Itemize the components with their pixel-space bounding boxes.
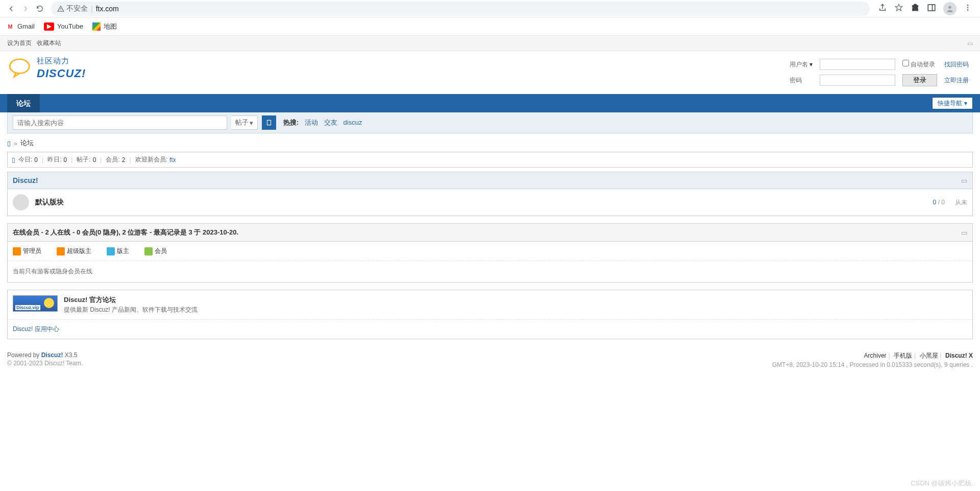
bookmarks-bar: M Gmail ▶ YouTube 地图 bbox=[0, 17, 980, 36]
legend-mod: 版主 bbox=[107, 247, 129, 255]
forward-button[interactable] bbox=[18, 2, 33, 16]
hot-link[interactable]: discuz bbox=[344, 119, 362, 126]
hot-link[interactable]: 活动 bbox=[305, 119, 318, 126]
extensions-icon[interactable] bbox=[911, 3, 920, 14]
logo-bubble-icon bbox=[7, 57, 34, 80]
profile-avatar[interactable] bbox=[943, 2, 957, 15]
chevron-down-icon: ▾ bbox=[250, 119, 253, 127]
footer-time: GMT+8, 2023-10-20 15:14 , Processed in 0… bbox=[772, 361, 973, 368]
address-bar[interactable]: 不安全 | ftx.com bbox=[51, 2, 870, 16]
register-link[interactable]: 立即注册 bbox=[944, 77, 969, 84]
star-icon[interactable] bbox=[894, 3, 903, 14]
bookmark-gmail[interactable]: M Gmail bbox=[6, 22, 35, 31]
svg-point-8 bbox=[10, 59, 29, 73]
map-icon bbox=[92, 22, 101, 31]
collapse-icon[interactable]: ▭ bbox=[961, 229, 967, 237]
svg-point-7 bbox=[967, 9, 969, 11]
hot-links: 活动 交友 discuz bbox=[303, 118, 364, 127]
password-input[interactable] bbox=[820, 75, 895, 86]
svg-point-1 bbox=[60, 10, 61, 10]
category-header: Discuz! ▭ bbox=[8, 172, 972, 189]
search-button[interactable] bbox=[262, 115, 276, 130]
legend-member: 会员 bbox=[144, 247, 167, 255]
forum-posts: 0 bbox=[941, 199, 945, 206]
copyright: © 2001-2023 Discuz! Team. bbox=[7, 360, 83, 367]
side-panel-icon[interactable] bbox=[927, 3, 936, 14]
menu-icon[interactable] bbox=[964, 4, 972, 13]
search-input[interactable] bbox=[13, 115, 227, 130]
svg-point-6 bbox=[967, 7, 969, 9]
bookmark-label: Gmail bbox=[17, 22, 35, 30]
back-button[interactable] bbox=[4, 2, 18, 16]
collapse-icon[interactable]: ▭ bbox=[961, 177, 967, 184]
online-header: 在线会员 - 2 人在线 - 0 会员(0 隐身), 2 位游客 - 最高记录是… bbox=[8, 224, 972, 242]
hot-link[interactable]: 交友 bbox=[324, 119, 337, 126]
powered-by-link[interactable]: Discuz! bbox=[41, 352, 63, 359]
logo-tagline: 社区动力 bbox=[37, 56, 86, 66]
site-header: 社区动力 DISCUZ! 用户名 ▾ 自动登录 找回密码 密码 登录 立即注册 bbox=[0, 51, 980, 94]
online-legend: 管理员 超级版主 版主 会员 bbox=[8, 242, 972, 261]
reload-button[interactable] bbox=[33, 2, 47, 16]
insecure-icon: 不安全 bbox=[57, 4, 88, 13]
stat-yesterday: 0 bbox=[64, 156, 67, 163]
chevron-down-icon: ▾ bbox=[964, 100, 967, 107]
footer-link-mobile[interactable]: 手机版 bbox=[894, 352, 912, 359]
svg-point-4 bbox=[948, 6, 951, 8]
forum-category: Discuz! ▭ 默认版块 0 / 0 从未 bbox=[7, 172, 973, 216]
footer-link-archiver[interactable]: Archiver bbox=[864, 352, 887, 359]
quick-nav-button[interactable]: 快捷导航 ▾ bbox=[932, 97, 973, 109]
main-nav: 论坛 快捷导航 ▾ bbox=[0, 94, 980, 112]
link-row-simple: Discuz! 应用中心 bbox=[8, 320, 972, 339]
bookmark-label: 地图 bbox=[104, 22, 117, 31]
link-title[interactable]: Discuz! 官方论坛 bbox=[64, 296, 116, 303]
forum-row: 默认版块 0 / 0 从未 bbox=[8, 189, 972, 216]
set-home-link[interactable]: 设为首页 bbox=[7, 39, 32, 48]
svg-point-5 bbox=[967, 5, 969, 6]
footer-link-discuzx[interactable]: Discuz! X bbox=[945, 352, 973, 359]
login-button[interactable]: 登录 bbox=[902, 74, 937, 86]
username-label: 用户名 bbox=[790, 61, 808, 68]
password-label: 密码 bbox=[790, 77, 802, 84]
search-scope-select[interactable]: 帖子 ▾ bbox=[231, 115, 258, 130]
youtube-icon: ▶ bbox=[44, 22, 54, 31]
username-input[interactable] bbox=[820, 59, 895, 70]
online-message: 当前只有游客或隐身会员在线 bbox=[8, 261, 972, 282]
stat-today: 0 bbox=[34, 156, 38, 163]
breadcrumb-forum[interactable]: 论坛 bbox=[20, 138, 34, 148]
footer-link-darkroom[interactable]: 小黑屋 bbox=[920, 352, 938, 359]
link-row-featured: Discuz.vip Discuz! 官方论坛 提供最新 Discuz! 产品新… bbox=[8, 290, 972, 320]
find-password-link[interactable]: 找回密码 bbox=[944, 61, 969, 68]
forum-threads: 0 bbox=[933, 199, 937, 206]
collapse-topbar-icon[interactable]: ▭ bbox=[967, 40, 973, 47]
forum-link[interactable]: 默认版块 bbox=[35, 198, 64, 206]
home-icon[interactable]: ▯ bbox=[7, 139, 11, 147]
stat-members: 2 bbox=[122, 156, 126, 163]
stat-posts: 0 bbox=[93, 156, 96, 163]
category-title-link[interactable]: Discuz! bbox=[13, 176, 38, 184]
collapse-icon[interactable]: ▯ bbox=[12, 156, 15, 163]
auto-login-label[interactable]: 自动登录 bbox=[902, 61, 935, 68]
bookmark-maps[interactable]: 地图 bbox=[92, 22, 117, 31]
logo-brand: DISCUZ! bbox=[37, 67, 86, 80]
legend-admin: 管理员 bbox=[13, 247, 41, 255]
online-box: 在线会员 - 2 人在线 - 0 会员(0 隐身), 2 位游客 - 最高记录是… bbox=[7, 223, 973, 283]
friend-links: Discuz.vip Discuz! 官方论坛 提供最新 Discuz! 产品新… bbox=[7, 290, 973, 339]
share-icon[interactable] bbox=[878, 3, 887, 14]
favorite-link[interactable]: 收藏本站 bbox=[37, 39, 61, 48]
auto-login-checkbox[interactable] bbox=[902, 60, 909, 66]
login-form: 用户名 ▾ 自动登录 找回密码 密码 登录 立即注册 bbox=[786, 56, 973, 89]
link-appcenter[interactable]: Discuz! 应用中心 bbox=[13, 325, 59, 333]
bookmark-youtube[interactable]: ▶ YouTube bbox=[44, 22, 83, 31]
insecure-label: 不安全 bbox=[66, 4, 88, 13]
bookmark-label: YouTube bbox=[57, 22, 83, 30]
url-text: ftx.com bbox=[96, 5, 119, 13]
search-bar: 帖子 ▾ 热搜: 活动 交友 discuz bbox=[7, 112, 973, 133]
logo[interactable]: 社区动力 DISCUZ! bbox=[7, 56, 86, 80]
svg-rect-9 bbox=[267, 120, 271, 125]
breadcrumb: ▯ » 论坛 bbox=[7, 138, 973, 148]
svg-rect-2 bbox=[928, 5, 935, 11]
newest-member-link[interactable]: ftx bbox=[169, 156, 176, 163]
link-image[interactable]: Discuz.vip bbox=[13, 295, 58, 312]
tab-forum[interactable]: 论坛 bbox=[7, 94, 40, 112]
forum-lastpost: 从未 bbox=[955, 198, 967, 207]
